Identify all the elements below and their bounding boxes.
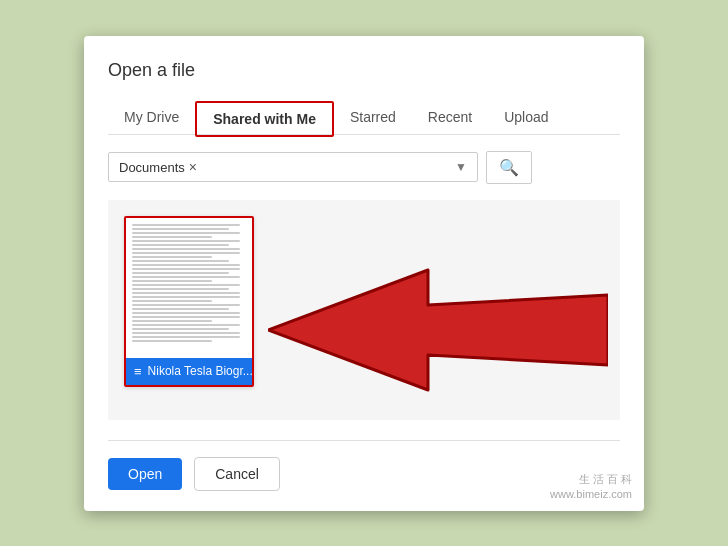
tab-recent[interactable]: Recent [412,101,488,135]
filter-dropdown[interactable]: Documents × ▼ [108,152,478,182]
doc-line [132,236,212,238]
doc-line [132,296,240,298]
filter-row: Documents × ▼ 🔍 [108,151,620,184]
arrow-annotation [268,250,608,410]
doc-line [132,244,229,246]
doc-line [132,324,240,326]
doc-line [132,332,240,334]
watermark: 生 活 百 科 www.bimeiz.com [550,472,632,503]
doc-line [132,268,240,270]
file-name: Nikola Tesla Biogr... [148,364,252,378]
watermark-line1: 生 活 百 科 [550,472,632,487]
doc-line [132,228,229,230]
doc-line [132,304,240,306]
doc-line [132,276,240,278]
file-card[interactable]: ≡ Nikola Tesla Biogr... [124,216,254,387]
doc-line [132,264,240,266]
doc-line [132,320,212,322]
file-label: ≡ Nikola Tesla Biogr... [126,358,252,385]
doc-line [132,260,229,262]
doc-line [132,316,240,318]
file-preview [126,218,252,358]
document-icon: ≡ [134,364,142,379]
open-file-dialog: Open a file My Drive Shared with Me Star… [84,36,644,511]
dialog-footer: Open Cancel [108,440,620,491]
doc-line [132,284,240,286]
svg-marker-0 [268,270,608,390]
doc-line [132,240,240,242]
doc-line [132,300,212,302]
search-button[interactable]: 🔍 [486,151,532,184]
filter-tag: Documents × [119,159,197,175]
doc-line [132,336,240,338]
tab-shared-with-me[interactable]: Shared with Me [195,101,334,137]
open-button[interactable]: Open [108,458,182,490]
doc-line [132,292,240,294]
dialog-title: Open a file [108,60,620,81]
doc-line [132,308,229,310]
doc-line [132,224,240,226]
tab-starred[interactable]: Starred [334,101,412,135]
watermark-line2: www.bimeiz.com [550,487,632,502]
doc-line [132,256,212,258]
chevron-down-icon: ▼ [455,160,467,174]
tab-bar: My Drive Shared with Me Starred Recent U… [108,101,620,135]
tab-my-drive[interactable]: My Drive [108,101,195,135]
filter-remove-icon[interactable]: × [189,159,197,175]
filter-tag-label: Documents [119,160,185,175]
red-arrow-icon [268,250,608,410]
doc-line [132,232,240,234]
doc-line [132,312,240,314]
doc-line [132,272,229,274]
doc-line [132,252,240,254]
file-area: ≡ Nikola Tesla Biogr... [108,200,620,420]
doc-line [132,340,212,342]
doc-line [132,328,229,330]
cancel-button[interactable]: Cancel [194,457,280,491]
doc-line [132,280,212,282]
doc-line [132,248,240,250]
doc-line [132,288,229,290]
doc-content [132,224,246,342]
tab-upload[interactable]: Upload [488,101,564,135]
